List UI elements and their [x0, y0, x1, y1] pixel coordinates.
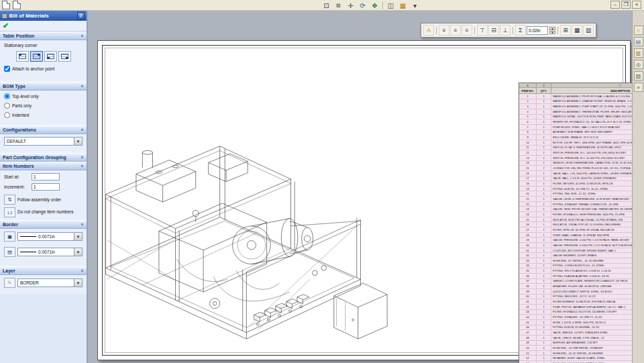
bom-row[interactable]: 71PUMP MOUNT, STEEL, SAE C 2-BOLT, FOOT … [519, 125, 644, 130]
bom-header-qty[interactable]: QTY. [537, 88, 551, 93]
section-header-table-position[interactable]: Table Position « [0, 32, 87, 40]
bom-cell[interactable]: ASSEMBLY, SUB FRAME, HPU SKID WELDMENT [551, 130, 644, 135]
bom-cell[interactable]: 1 [537, 104, 551, 109]
bom-row[interactable]: 341FITTING, O-RING BOSS PLUG, -20, STEEL… [519, 264, 644, 269]
bom-cell[interactable]: 1 [537, 227, 551, 232]
bom-cell[interactable]: 17 [519, 176, 537, 181]
bom-cell[interactable]: 45 [519, 320, 537, 325]
bom-cell[interactable]: 33 [519, 258, 537, 263]
bom-cell[interactable]: 1 [537, 284, 551, 289]
bom-row[interactable]: 91ENCLOSURE, NEMA 4X, 24 X 24 X 1061-114… [519, 135, 644, 140]
bom-cell[interactable]: FITTING, REDUCER, -20 TO -16 JIC [551, 295, 644, 299]
bom-cell[interactable]: 1 [537, 274, 551, 278]
bom-cell[interactable]: MANIFOLD ASSEMBLY, PROPORTIONAL LOADING … [551, 94, 644, 99]
bom-cell[interactable]: HOSE, 1-1/4 IN, 4-WIRE, 3000 PSI, 36 IN … [551, 320, 644, 325]
bom-cell[interactable]: MUFFLER, AIR BREATHER, 1 IN NPT [551, 341, 644, 346]
bom-cell[interactable]: 28 [519, 233, 537, 238]
search-tab[interactable]: ◎ [634, 60, 643, 69]
bom-cell[interactable]: 1 [537, 299, 551, 304]
configuration-dropdown[interactable]: DEFAULT ▼ [4, 137, 83, 146]
bom-cell[interactable]: FITTING, STRAIGHT, -24 ORB TO -24 JIC [551, 315, 644, 319]
bom-cell[interactable]: 47 [519, 330, 537, 335]
anchor-bottom-left-button[interactable] [44, 51, 57, 62]
chevron-down-icon[interactable]: ▼ [74, 233, 82, 240]
bom-cell[interactable]: 1 [537, 197, 551, 201]
bom-cell[interactable]: 2 [537, 238, 551, 242]
bom-row[interactable]: 221FITTING, STRAIGHT THREAD CONNECTOR, -… [519, 202, 644, 207]
bom-row[interactable]: 401FITTING, REDUCER, -20 TO -16 JIC24-23… [519, 295, 644, 300]
bom-cell[interactable]: INDICATOR, ELECTRICAL/VISUAL, 25 PSID BY… [551, 217, 644, 222]
bom-cell[interactable]: VALVE, NEEDLE, 1/4 NPT, STAINLESS STEEL [551, 330, 644, 335]
bom-cell[interactable]: 1 [537, 279, 551, 284]
bom-cell[interactable]: 18 [519, 181, 537, 186]
row-height-input[interactable] [527, 26, 548, 35]
bom-cell[interactable]: 49 [519, 341, 537, 346]
bom-cell[interactable]: 1 [537, 191, 551, 196]
align-bottom-button[interactable]: ⊥ [500, 25, 511, 36]
bom-cell[interactable]: CONNECTOR, DIN, RECTIFIED PLUG W/ LED, 2… [551, 166, 644, 170]
bom-row[interactable]: 251INDICATOR, ELECTRICAL/VISUAL, 25 PSID… [519, 217, 644, 223]
start-at-input[interactable] [32, 173, 60, 180]
bom-cell[interactable]: 6 [519, 119, 537, 124]
bom-cell[interactable]: GASKET, COVER PLATE, RESERVOIR CLEANOUT,… [551, 279, 644, 284]
bom-cell[interactable]: 13 [519, 156, 537, 160]
bom-row[interactable]: 302GAUGE, PRESSURE, 0-5000 PSI, 2-1/2 IN… [519, 243, 644, 248]
file-explorer-tab[interactable]: ▥ [634, 48, 643, 58]
bom-cell[interactable]: 1 [537, 310, 551, 315]
bom-row[interactable]: 511HOSE END, -20 JIC SWIVEL, 45 DEGREE24… [519, 351, 644, 356]
bom-cell[interactable]: 1 [519, 94, 537, 99]
bom-cell[interactable]: 2 [537, 325, 551, 330]
bom-row[interactable]: 231GAUGE, VENT, FRONT MOUNT DIAL THERMOM… [519, 207, 644, 212]
bom-row[interactable]: 141SENSOR, LEVEL/TEMPERATURE, CAPACITIVE… [519, 161, 644, 166]
bom-cell[interactable]: SWITCH, PRESSURE, N.O. 50-300 PSI, DIN 4… [551, 156, 644, 160]
bom-cell[interactable]: INDICATOR, VISUAL POP-UP, CLOGGING, RED/… [551, 222, 644, 227]
bom-cell[interactable]: GAUGE SNUBBER, 1/4 NPT, BRASS [551, 253, 644, 258]
bom-cell[interactable]: 36 [519, 274, 537, 278]
close-button[interactable]: × [632, 1, 641, 9]
bom-row[interactable]: 81ASSEMBLY, SUB FRAME, HPU SKID WELDMENT… [519, 130, 644, 136]
bom-row[interactable]: 181FILTER, RETURN, 40 GPM, 10 MICRON, SP… [519, 181, 644, 187]
bom-cell[interactable]: GAUGE, PRESSURE, 0-600 PSI, 2-1/2 IN FAC… [551, 238, 644, 242]
bom-cell[interactable]: 1 [537, 135, 551, 140]
bom-cell[interactable]: 4 [519, 109, 537, 114]
bom-cell[interactable]: MOTOR, 100 HP, TEFC, 1800 RPM, 405T FRAM… [551, 140, 644, 145]
bom-cell[interactable]: 1 [537, 351, 551, 356]
bom-cell[interactable]: HOSE END, JIC SWIVEL, -20, 90 DEGREE [551, 258, 644, 263]
bom-row[interactable]: 292GAUGE, PRESSURE, 0-600 PSI, 2-1/2 IN … [519, 238, 644, 243]
section-header-configurations[interactable]: Configurations « [0, 125, 87, 134]
bom-table[interactable]: A B C D ITEM NO. QTY. DESCRIPTION PART N… [519, 83, 644, 363]
bom-header-item[interactable]: ITEM NO. [519, 88, 537, 93]
bom-cell[interactable]: MANIFOLD ASSEMBLY, PUMP START UP, 20 GPM… [551, 104, 644, 109]
bom-cell[interactable]: 7 [537, 166, 551, 170]
bom-cell[interactable]: 46 [519, 325, 537, 330]
bom-cell[interactable]: 31 [519, 248, 537, 253]
bom-cell[interactable]: 20 [519, 191, 537, 196]
chevron-down-icon[interactable]: ▼ [74, 279, 82, 287]
bom-cell[interactable]: PUMP MOUNT, STEEL, SAE C 2-BOLT, FOOT BR… [551, 125, 644, 129]
bom-cell[interactable]: 25 [519, 217, 537, 222]
bom-cell[interactable]: 23 [519, 207, 537, 211]
bom-cell[interactable]: MANIFOLD DETAIL, DUCTILE IRON, FEED TANK… [551, 115, 644, 119]
keep-item-numbers-button[interactable]: 1,2 [4, 207, 15, 217]
bom-row[interactable]: 31MANIFOLD ASSEMBLY, PUMP START UP, 20 G… [519, 104, 644, 109]
bom-cell[interactable]: 1 [537, 264, 551, 268]
bom-cell[interactable]: FITTING, FLANGE ADAPTER, CODE 62, 3/4 IN [551, 274, 644, 278]
anchor-top-right-button[interactable] [30, 51, 43, 62]
custom-properties-tab[interactable]: ▧ [634, 71, 643, 81]
bom-row[interactable]: 201FITTING, TEE, RUN, -12 JIC, STEEL24-2… [519, 191, 644, 197]
attach-anchor-checkbox[interactable] [4, 66, 10, 72]
bom-cell[interactable]: COUPLING, MOTOR/PUMP, SPIDER INSERT, SAE… [551, 248, 644, 253]
bom-row[interactable]: 241FILTER, HYDRAULIC, HIGH PRESSURE, 300… [519, 212, 644, 217]
bom-row[interactable]: 421PUMP, PISTON, VARIABLE DISPLACEMENT, … [519, 305, 644, 310]
bom-row[interactable]: 331HOSE END, JIC SWIVEL, -20, 90 DEGREE2… [519, 258, 644, 264]
merge-cells-button[interactable]: ▦ [572, 25, 582, 36]
bom-cell[interactable]: 21 [519, 197, 537, 201]
bom-cell[interactable]: 1 [537, 341, 551, 346]
bom-cell[interactable]: FILTER, RETURN, 40 GPM, 10 MICRON, SPIN-… [551, 181, 644, 186]
bom-cell[interactable]: 2 [537, 156, 551, 160]
section-header-bom-type[interactable]: BOM Type « [0, 82, 87, 91]
bom-cell[interactable]: 1 [537, 207, 551, 211]
bom-cell[interactable]: 5 [519, 115, 537, 119]
bom-row[interactable]: 111SWITCH, FLOAT & TEMPERATURE, 30 IN PR… [519, 146, 644, 151]
bom-row[interactable]: 502HOSE END, -20 ORB SWIVEL, STRAIGHT24-… [519, 346, 644, 351]
